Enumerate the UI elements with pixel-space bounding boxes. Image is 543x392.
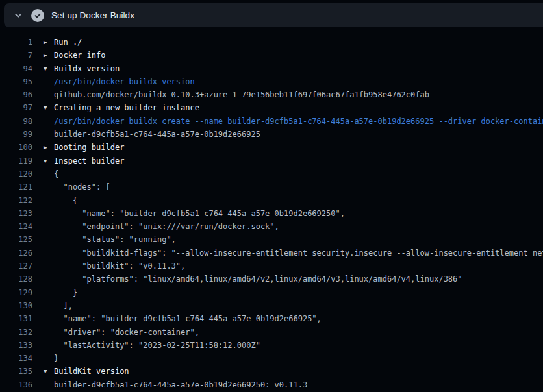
line-text: "driver": "docker-container", [54, 326, 543, 339]
log-line: 134 } [0, 352, 543, 365]
line-text: { [54, 167, 543, 180]
log-line[interactable]: 100 ▶ Booting builder [0, 141, 543, 154]
group-marker-icon [32, 286, 54, 299]
group-marker-icon [32, 167, 54, 180]
line-text: "name": "builder-d9cfb5a1-c764-445a-a57e… [54, 312, 543, 325]
line-text: Creating a new builder instance [54, 101, 543, 114]
log-line: 131 "name": "builder-d9cfb5a1-c764-445a-… [0, 312, 543, 325]
line-number[interactable]: 98 [0, 115, 32, 128]
log-line: 123 "name": "builder-d9cfb5a1-c764-445a-… [0, 207, 543, 220]
line-number[interactable]: 131 [0, 312, 32, 325]
line-number[interactable]: 95 [0, 75, 32, 88]
line-number[interactable]: 100 [0, 141, 32, 154]
line-text: Inspect builder [54, 154, 543, 167]
line-number[interactable]: 125 [0, 233, 32, 246]
log-line: 126 "buildkitd-flags": "--allow-insecure… [0, 247, 543, 260]
line-number[interactable]: 135 [0, 365, 32, 378]
group-marker-icon [32, 378, 54, 391]
log-line: 96 github.com/docker/buildx 0.10.3+azure… [0, 88, 543, 101]
group-marker-icon [32, 180, 54, 193]
log-line: 95 /usr/bin/docker buildx version [0, 75, 543, 88]
step-title: Set up Docker Buildx [51, 10, 134, 20]
line-number[interactable]: 122 [0, 194, 32, 207]
line-text: "status": "running", [54, 233, 543, 246]
line-number[interactable]: 127 [0, 260, 32, 273]
check-circle-icon [31, 9, 44, 22]
group-marker-icon [32, 88, 54, 101]
line-number[interactable]: 128 [0, 273, 32, 286]
line-number[interactable]: 126 [0, 247, 32, 260]
log-line: 98 /usr/bin/docker buildx create --name … [0, 115, 543, 128]
group-marker-icon: ▼ [32, 154, 54, 167]
line-number[interactable]: 1 [0, 36, 32, 49]
line-text: "lastActivity": "2023-02-25T11:58:12.000… [54, 339, 543, 352]
log-line[interactable]: 7 ▶ Docker info [0, 49, 543, 62]
group-marker-icon [32, 128, 54, 141]
log-line: 127 "buildkit": "v0.11.3", [0, 260, 543, 273]
line-number[interactable]: 134 [0, 352, 32, 365]
group-marker-icon: ▶ [32, 36, 54, 49]
step-header[interactable]: Set up Docker Buildx [4, 3, 543, 27]
log-line[interactable]: 119 ▼ Inspect builder [0, 154, 543, 167]
line-number[interactable]: 121 [0, 180, 32, 193]
line-text: Docker info [54, 49, 543, 62]
line-text: Buildx version [54, 62, 543, 75]
line-number[interactable]: 130 [0, 299, 32, 312]
line-text: /usr/bin/docker buildx create --name bui… [54, 115, 543, 128]
log-line: 133 "lastActivity": "2023-02-25T11:58:12… [0, 339, 543, 352]
line-number[interactable]: 124 [0, 220, 32, 233]
log-line: 128 "platforms": "linux/amd64,linux/amd6… [0, 273, 543, 286]
log-line: 136 builder-d9cfb5a1-c764-445a-a57e-0b19… [0, 378, 543, 391]
line-text: } [54, 352, 543, 365]
group-marker-icon: ▶ [32, 49, 54, 62]
line-number[interactable]: 120 [0, 167, 32, 180]
line-text: builder-d9cfb5a1-c764-445a-a57e-0b19d2e6… [54, 378, 543, 391]
line-text: } [54, 286, 543, 299]
line-text: /usr/bin/docker buildx version [54, 75, 543, 88]
group-marker-icon [32, 247, 54, 260]
line-number[interactable]: 119 [0, 154, 32, 167]
line-text: "name": "builder-d9cfb5a1-c764-445a-a57e… [54, 207, 543, 220]
line-number[interactable]: 97 [0, 101, 32, 114]
log-line: 121 "nodes": [ [0, 180, 543, 193]
group-marker-icon [32, 339, 54, 352]
chevron-down-icon[interactable] [10, 7, 27, 24]
line-text: BuildKit version [54, 365, 543, 378]
log-line[interactable]: 135 ▼ BuildKit version [0, 365, 543, 378]
line-text: Booting builder [54, 141, 543, 154]
log-line[interactable]: 1 ▶ Run ./ [0, 36, 543, 49]
line-number[interactable]: 136 [0, 378, 32, 391]
line-number[interactable]: 7 [0, 49, 32, 62]
line-text: builder-d9cfb5a1-c764-445a-a57e-0b19d2e6… [54, 128, 543, 141]
line-number[interactable]: 123 [0, 207, 32, 220]
line-number[interactable]: 132 [0, 326, 32, 339]
group-marker-icon [32, 194, 54, 207]
line-number[interactable]: 133 [0, 339, 32, 352]
group-marker-icon [32, 75, 54, 88]
group-marker-icon [32, 220, 54, 233]
line-number[interactable]: 96 [0, 88, 32, 101]
group-marker-icon [32, 260, 54, 273]
group-marker-icon [32, 326, 54, 339]
line-text: "nodes": [ [54, 180, 543, 193]
log-console: 1 ▶ Run ./ 7 ▶ Docker info 94 ▼ Buildx v… [0, 27, 543, 392]
line-number[interactable]: 99 [0, 128, 32, 141]
log-line: 120 { [0, 167, 543, 180]
line-text: ], [54, 299, 543, 312]
line-text: github.com/docker/buildx 0.10.3+azure-1 … [54, 88, 543, 101]
group-marker-icon [32, 207, 54, 220]
log-line[interactable]: 97 ▼ Creating a new builder instance [0, 101, 543, 114]
group-marker-icon: ▼ [32, 62, 54, 75]
log-line: 130 ], [0, 299, 543, 312]
log-line: 124 "endpoint": "unix:///var/run/docker.… [0, 220, 543, 233]
line-text: Run ./ [54, 36, 543, 49]
group-marker-icon [32, 233, 54, 246]
line-text: { [54, 194, 543, 207]
line-number[interactable]: 129 [0, 286, 32, 299]
log-line: 99 builder-d9cfb5a1-c764-445a-a57e-0b19d… [0, 128, 543, 141]
line-text: "platforms": "linux/amd64,linux/amd64/v2… [54, 273, 543, 286]
line-text: "endpoint": "unix:///var/run/docker.sock… [54, 220, 543, 233]
line-number[interactable]: 94 [0, 62, 32, 75]
log-line[interactable]: 94 ▼ Buildx version [0, 62, 543, 75]
group-marker-icon [32, 115, 54, 128]
